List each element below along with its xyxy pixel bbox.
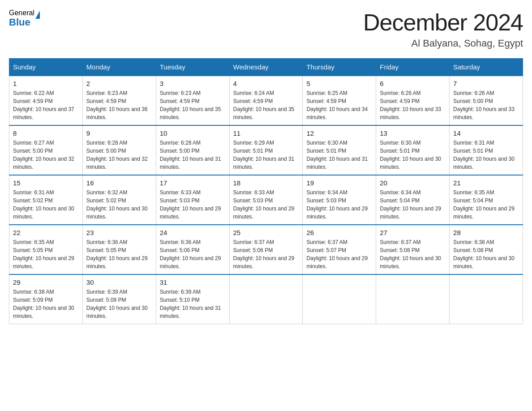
- day-info: Sunrise: 6:37 AMSunset: 5:07 PMDaylight:…: [306, 238, 372, 270]
- logo-text: General Blue: [9, 9, 34, 28]
- logo-blue: Blue: [9, 17, 34, 28]
- day-info: Sunrise: 6:25 AMSunset: 4:59 PMDaylight:…: [306, 89, 372, 121]
- day-number: 28: [453, 229, 519, 236]
- day-cell-2: 2Sunrise: 6:23 AMSunset: 4:59 PMDaylight…: [82, 76, 156, 125]
- day-cell-18: 18Sunrise: 6:33 AMSunset: 5:03 PMDayligh…: [229, 175, 303, 225]
- day-number: 10: [160, 129, 226, 137]
- day-info: Sunrise: 6:34 AMSunset: 5:03 PMDaylight:…: [306, 188, 372, 221]
- col-header-sunday: Sunday: [9, 59, 83, 76]
- day-cell-31: 31Sunrise: 6:39 AMSunset: 5:10 PMDayligh…: [156, 274, 229, 324]
- day-number: 20: [380, 179, 446, 187]
- day-info: Sunrise: 6:28 AMSunset: 5:00 PMDaylight:…: [160, 139, 226, 171]
- day-number: 24: [160, 229, 226, 236]
- week-row-4: 22Sunrise: 6:35 AMSunset: 5:05 PMDayligh…: [9, 225, 523, 274]
- day-cell-1: 1Sunrise: 6:22 AMSunset: 4:59 PMDaylight…: [9, 76, 83, 125]
- day-cell-16: 16Sunrise: 6:32 AMSunset: 5:02 PMDayligh…: [82, 175, 156, 225]
- week-row-5: 29Sunrise: 6:38 AMSunset: 5:09 PMDayligh…: [9, 274, 523, 324]
- day-cell-5: 5Sunrise: 6:25 AMSunset: 4:59 PMDaylight…: [303, 76, 376, 125]
- day-info: Sunrise: 6:31 AMSunset: 5:02 PMDaylight:…: [13, 188, 79, 221]
- day-info: Sunrise: 6:37 AMSunset: 5:06 PMDaylight:…: [233, 238, 299, 270]
- day-number: 19: [306, 179, 372, 187]
- day-number: 3: [160, 80, 226, 87]
- day-number: 5: [306, 80, 372, 87]
- day-number: 26: [306, 229, 372, 236]
- day-number: 23: [86, 229, 152, 236]
- day-cell-12: 12Sunrise: 6:30 AMSunset: 5:01 PMDayligh…: [303, 125, 376, 175]
- day-info: Sunrise: 6:32 AMSunset: 5:02 PMDaylight:…: [86, 188, 152, 221]
- day-number: 18: [233, 179, 299, 187]
- day-info: Sunrise: 6:36 AMSunset: 5:06 PMDaylight:…: [160, 238, 226, 270]
- day-cell-21: 21Sunrise: 6:35 AMSunset: 5:04 PMDayligh…: [450, 175, 523, 225]
- page-header: General Blue December 2024 Al Balyana, S…: [9, 9, 523, 49]
- empty-cell: [376, 274, 450, 324]
- day-cell-11: 11Sunrise: 6:29 AMSunset: 5:01 PMDayligh…: [229, 125, 303, 175]
- day-cell-27: 27Sunrise: 6:37 AMSunset: 5:08 PMDayligh…: [376, 225, 450, 274]
- day-cell-14: 14Sunrise: 6:31 AMSunset: 5:01 PMDayligh…: [450, 125, 523, 175]
- day-number: 27: [380, 229, 446, 236]
- day-cell-7: 7Sunrise: 6:26 AMSunset: 5:00 PMDaylight…: [450, 76, 523, 125]
- day-number: 31: [160, 278, 226, 286]
- calendar-header-row: SundayMondayTuesdayWednesdayThursdayFrid…: [9, 59, 523, 76]
- col-header-friday: Friday: [376, 59, 450, 76]
- day-info: Sunrise: 6:33 AMSunset: 5:03 PMDaylight:…: [160, 188, 226, 221]
- week-row-3: 15Sunrise: 6:31 AMSunset: 5:02 PMDayligh…: [9, 175, 523, 225]
- day-cell-19: 19Sunrise: 6:34 AMSunset: 5:03 PMDayligh…: [303, 175, 376, 225]
- day-number: 13: [380, 129, 446, 137]
- day-cell-26: 26Sunrise: 6:37 AMSunset: 5:07 PMDayligh…: [303, 225, 376, 274]
- day-info: Sunrise: 6:33 AMSunset: 5:03 PMDaylight:…: [233, 188, 299, 221]
- day-cell-4: 4Sunrise: 6:24 AMSunset: 4:59 PMDaylight…: [229, 76, 303, 125]
- day-cell-9: 9Sunrise: 6:28 AMSunset: 5:00 PMDaylight…: [82, 125, 156, 175]
- day-cell-8: 8Sunrise: 6:27 AMSunset: 5:00 PMDaylight…: [9, 125, 83, 175]
- col-header-saturday: Saturday: [450, 59, 523, 76]
- day-number: 12: [306, 129, 372, 137]
- logo-icon: General Blue: [9, 9, 40, 28]
- day-info: Sunrise: 6:39 AMSunset: 5:09 PMDaylight:…: [86, 288, 152, 320]
- day-number: 4: [233, 80, 299, 87]
- day-cell-30: 30Sunrise: 6:39 AMSunset: 5:09 PMDayligh…: [82, 274, 156, 324]
- day-cell-10: 10Sunrise: 6:28 AMSunset: 5:00 PMDayligh…: [156, 125, 229, 175]
- day-number: 8: [13, 129, 79, 137]
- day-info: Sunrise: 6:22 AMSunset: 4:59 PMDaylight:…: [13, 89, 79, 121]
- day-number: 22: [13, 229, 79, 236]
- day-info: Sunrise: 6:23 AMSunset: 4:59 PMDaylight:…: [86, 89, 152, 121]
- day-cell-24: 24Sunrise: 6:36 AMSunset: 5:06 PMDayligh…: [156, 225, 229, 274]
- empty-cell: [229, 274, 303, 324]
- location-title: Al Balyana, Sohag, Egypt: [363, 38, 523, 49]
- logo-triangle-icon: [35, 11, 40, 19]
- day-info: Sunrise: 6:31 AMSunset: 5:01 PMDaylight:…: [453, 139, 519, 171]
- day-cell-17: 17Sunrise: 6:33 AMSunset: 5:03 PMDayligh…: [156, 175, 229, 225]
- calendar-table: SundayMondayTuesdayWednesdayThursdayFrid…: [9, 58, 523, 324]
- day-cell-23: 23Sunrise: 6:36 AMSunset: 5:05 PMDayligh…: [82, 225, 156, 274]
- col-header-tuesday: Tuesday: [156, 59, 229, 76]
- day-number: 30: [86, 278, 152, 286]
- day-number: 6: [380, 80, 446, 87]
- day-cell-6: 6Sunrise: 6:26 AMSunset: 4:59 PMDaylight…: [376, 76, 450, 125]
- day-number: 25: [233, 229, 299, 236]
- day-cell-29: 29Sunrise: 6:38 AMSunset: 5:09 PMDayligh…: [9, 274, 83, 324]
- day-number: 11: [233, 129, 299, 137]
- day-number: 7: [453, 80, 519, 87]
- day-info: Sunrise: 6:30 AMSunset: 5:01 PMDaylight:…: [380, 139, 446, 171]
- day-info: Sunrise: 6:38 AMSunset: 5:08 PMDaylight:…: [453, 238, 519, 270]
- day-info: Sunrise: 6:38 AMSunset: 5:09 PMDaylight:…: [13, 288, 79, 320]
- day-number: 17: [160, 179, 226, 187]
- day-cell-25: 25Sunrise: 6:37 AMSunset: 5:06 PMDayligh…: [229, 225, 303, 274]
- month-title: December 2024: [363, 9, 523, 36]
- day-info: Sunrise: 6:26 AMSunset: 4:59 PMDaylight:…: [380, 89, 446, 121]
- day-info: Sunrise: 6:29 AMSunset: 5:01 PMDaylight:…: [233, 139, 299, 171]
- day-cell-15: 15Sunrise: 6:31 AMSunset: 5:02 PMDayligh…: [9, 175, 83, 225]
- week-row-1: 1Sunrise: 6:22 AMSunset: 4:59 PMDaylight…: [9, 76, 523, 125]
- day-number: 9: [86, 129, 152, 137]
- empty-cell: [450, 274, 523, 324]
- day-info: Sunrise: 6:36 AMSunset: 5:05 PMDaylight:…: [86, 238, 152, 270]
- logo: General Blue: [9, 9, 40, 28]
- day-info: Sunrise: 6:28 AMSunset: 5:00 PMDaylight:…: [86, 139, 152, 171]
- logo-general: General: [9, 9, 34, 17]
- day-cell-3: 3Sunrise: 6:23 AMSunset: 4:59 PMDaylight…: [156, 76, 229, 125]
- day-number: 21: [453, 179, 519, 187]
- day-cell-22: 22Sunrise: 6:35 AMSunset: 5:05 PMDayligh…: [9, 225, 83, 274]
- title-section: December 2024 Al Balyana, Sohag, Egypt: [363, 9, 523, 49]
- day-cell-20: 20Sunrise: 6:34 AMSunset: 5:04 PMDayligh…: [376, 175, 450, 225]
- day-number: 2: [86, 80, 152, 87]
- day-info: Sunrise: 6:35 AMSunset: 5:05 PMDaylight:…: [13, 238, 79, 270]
